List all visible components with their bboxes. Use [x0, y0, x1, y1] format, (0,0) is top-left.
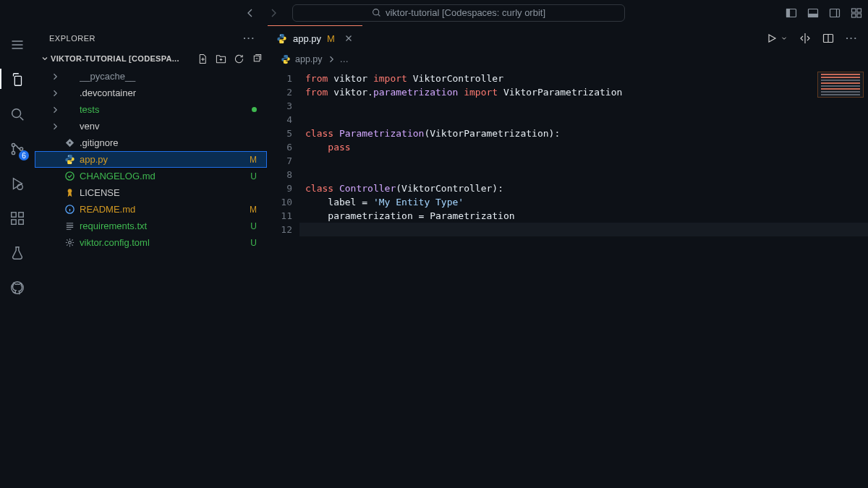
svg-rect-4 [809, 14, 818, 17]
search-activity-icon[interactable] [8, 105, 27, 124]
scm-badge: 6 [19, 150, 29, 160]
chevron-right-icon [51, 89, 59, 98]
explorer-icon[interactable] [8, 70, 27, 89]
close-tab-icon[interactable] [341, 33, 357, 43]
collapse-all-icon[interactable] [252, 53, 263, 64]
layout-customize-icon[interactable] [851, 7, 862, 19]
gitignore-icon [64, 137, 75, 148]
command-center-text: viktor-tutorial [Codespaces: curly orbit… [386, 7, 545, 18]
tree-item-label: venv [80, 121, 257, 132]
new-file-icon[interactable] [197, 53, 208, 64]
menu-icon[interactable] [8, 35, 27, 54]
python-file-icon [276, 33, 287, 44]
tree-item-label: app.py [80, 154, 245, 165]
svg-rect-9 [857, 14, 861, 17]
editor-more-icon[interactable]: ··· [846, 33, 858, 43]
tree-item[interactable]: venv [35, 118, 267, 134]
svg-point-27 [68, 241, 71, 244]
python-file-icon [281, 54, 291, 64]
tree-item[interactable]: LICENSE [35, 184, 267, 201]
tree-item-label: tests [80, 104, 247, 115]
split-compare-icon[interactable] [799, 33, 811, 44]
title-bar: viktor-tutorial [Codespaces: curly orbit… [0, 0, 868, 25]
license-icon [64, 187, 75, 198]
tree-item-label: .gitignore [80, 137, 257, 148]
chevron-right-icon [327, 55, 336, 64]
minimap[interactable] [817, 72, 864, 98]
editor-tabs: app.py M ··· [268, 25, 868, 51]
tree-item[interactable]: viktor.config.tomlU [35, 234, 267, 251]
git-status-badge: M [250, 155, 257, 165]
layout-secondary-icon[interactable] [829, 7, 841, 19]
tree-item-label: LICENSE [80, 187, 257, 198]
svg-point-23 [70, 163, 71, 163]
source-control-icon[interactable]: 6 [8, 140, 27, 158]
tree-item-label: requirements.txt [80, 221, 246, 231]
breadcrumb-file: app.py [295, 54, 323, 64]
run-dropdown-icon[interactable] [780, 35, 788, 42]
extensions-icon[interactable] [8, 209, 27, 228]
code-editor[interactable]: 123456789101112 from viktor import Vikto… [268, 67, 868, 488]
line-number-gutter: 123456789101112 [268, 67, 299, 488]
svg-rect-6 [852, 9, 856, 12]
gear-icon [64, 237, 75, 248]
explorer-sidebar: EXPLORER ··· VIKTOR-TUTORIAL [CODESPA...… [35, 25, 268, 488]
svg-point-12 [12, 151, 14, 154]
svg-point-22 [67, 155, 68, 156]
nav-forward-icon[interactable] [268, 7, 279, 19]
command-center[interactable]: viktor-tutorial [Codespaces: curly orbit… [292, 4, 625, 22]
svg-rect-5 [830, 9, 840, 17]
tree-item[interactable]: tests [35, 101, 267, 118]
explorer-folder-name: VIKTOR-TUTORIAL [CODESPA... [51, 54, 179, 63]
tree-item[interactable]: README.mdM [35, 201, 267, 218]
split-editor-icon[interactable] [822, 33, 834, 44]
info-icon [64, 204, 75, 215]
editor-tab-app-py[interactable]: app.py M [268, 25, 362, 51]
tree-item[interactable]: CHANGELOG.mdU [35, 168, 267, 184]
svg-point-29 [283, 41, 284, 42]
refresh-icon[interactable] [234, 53, 244, 64]
python-icon [64, 154, 75, 165]
chevron-down-icon [41, 54, 49, 63]
tree-item[interactable]: app.pyM [35, 151, 267, 168]
run-debug-icon[interactable] [8, 174, 27, 193]
git-status-badge: U [250, 221, 257, 231]
tree-item-label: CHANGELOG.md [80, 171, 246, 181]
tree-item[interactable]: .devcontainer [35, 85, 267, 101]
layout-primary-icon[interactable] [786, 7, 797, 19]
testing-icon[interactable] [8, 244, 27, 262]
svg-point-21 [69, 142, 70, 143]
tab-label: app.py [293, 33, 321, 44]
status-dot [252, 107, 257, 112]
svg-point-28 [280, 35, 281, 35]
svg-rect-7 [857, 9, 861, 12]
tree-item-label: __pycache__ [80, 71, 257, 82]
svg-rect-2 [787, 9, 790, 17]
git-status-badge: M [250, 205, 257, 215]
svg-rect-16 [12, 220, 16, 224]
explorer-title: EXPLORER [49, 34, 95, 43]
tab-modified-badge: M [327, 33, 335, 44]
search-icon [372, 8, 381, 17]
svg-point-11 [12, 143, 14, 146]
tree-item-label: .devcontainer [80, 87, 257, 98]
chevron-right-icon [51, 122, 59, 131]
explorer-folder-header[interactable]: VIKTOR-TUTORIAL [CODESPA... [35, 51, 267, 67]
new-folder-icon[interactable] [216, 53, 226, 64]
file-tree: __pycache__.devcontainertestsvenv.gitign… [35, 67, 267, 251]
tree-item[interactable]: .gitignore [35, 134, 267, 151]
breadcrumb[interactable]: app.py … [268, 51, 868, 67]
layout-panel-icon[interactable] [807, 7, 819, 19]
editor-group: app.py M ··· app.py … 12345678 [268, 25, 868, 488]
code-content[interactable]: from viktor import ViktorControllerfrom … [299, 67, 868, 488]
github-icon[interactable] [8, 278, 27, 297]
nav-back-icon[interactable] [244, 7, 256, 19]
md-icon [64, 171, 75, 181]
run-icon[interactable] [766, 33, 778, 44]
activity-bar: 6 [0, 25, 35, 488]
breadcrumb-more: … [340, 54, 349, 64]
tree-item[interactable]: __pycache__ [35, 68, 267, 85]
svg-point-25 [67, 189, 72, 193]
explorer-more-icon[interactable]: ··· [243, 33, 255, 43]
tree-item[interactable]: requirements.txtU [35, 218, 267, 234]
